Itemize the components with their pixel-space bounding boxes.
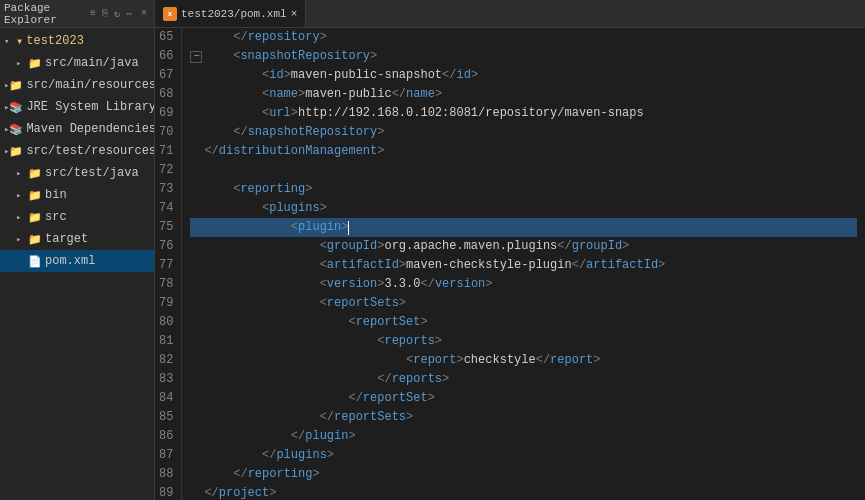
tree-item-src[interactable]: ▸📁src: [0, 206, 154, 228]
code-line-88: </reporting>: [190, 465, 857, 484]
code-line-77: <artifactId>maven-checkstyle-plugin</art…: [190, 256, 857, 275]
tree-icon-jre-system: 📚: [9, 101, 23, 114]
sync-btn[interactable]: ↻: [112, 7, 122, 21]
line-number-73: 73: [159, 180, 173, 199]
code-line-65: </repository>: [190, 28, 857, 47]
editor-tab-label: test2023/pom.xml: [181, 8, 287, 20]
panel-header: Package Explorer ≡ ⎘ ↻ ⋯ ×: [0, 0, 154, 28]
code-line-78: <version>3.3.0</version>: [190, 275, 857, 294]
tree-item-jre-system[interactable]: ▸📚JRE System Library [JavaSE-17]: [0, 96, 154, 118]
line-number-67: 67: [159, 66, 173, 85]
line-number-85: 85: [159, 408, 173, 427]
line-number-66: 66: [159, 47, 173, 66]
line-number-87: 87: [159, 446, 173, 465]
code-line-82: <report>checkstyle</report>: [190, 351, 857, 370]
tree-icon-src-main-resources: 📁: [9, 79, 23, 92]
line-number-89: 89: [159, 484, 173, 500]
line-number-72: 72: [159, 161, 173, 180]
collapse-all-btn[interactable]: ≡: [88, 7, 98, 21]
code-line-87: </plugins>: [190, 446, 857, 465]
tree-item-bin[interactable]: ▸📁bin: [0, 184, 154, 206]
code-area[interactable]: </repository>− <snapshotRepository> <id>…: [182, 28, 865, 500]
editor-content: 6566676869707172737475767778798081828384…: [155, 28, 865, 500]
tree-item-test2023[interactable]: ▾▾test2023: [0, 30, 154, 52]
code-line-80: <reportSet>: [190, 313, 857, 332]
tree-label-jre-system: JRE System Library [JavaSE-17]: [26, 100, 154, 114]
tree-arrow-target: ▸: [16, 234, 28, 245]
tree-item-src-test-resources[interactable]: ▸📁src/test/resources: [0, 140, 154, 162]
tree-label-pom-xml: pom.xml: [45, 254, 95, 268]
code-line-81: <reports>: [190, 332, 857, 351]
menu-btn[interactable]: ⋯: [124, 7, 134, 21]
code-line-73: <reporting>: [190, 180, 857, 199]
code-line-89: </project>: [190, 484, 857, 500]
code-line-71: </distributionManagement>: [190, 142, 857, 161]
editor-tab-close[interactable]: ×: [291, 8, 298, 20]
code-line-76: <groupId>org.apache.maven.plugins</group…: [190, 237, 857, 256]
code-line-67: <id>maven-public-snapshot</id>: [190, 66, 857, 85]
code-line-69: <url>http://192.168.0.102:8081/repositor…: [190, 104, 857, 123]
tree-label-test2023: test2023: [26, 34, 84, 48]
right-panel: x test2023/pom.xml × 6566676869707172737…: [155, 0, 865, 500]
code-line-75: <plugin>: [190, 218, 857, 237]
tree-label-bin: bin: [45, 188, 67, 202]
line-number-68: 68: [159, 85, 173, 104]
line-number-74: 74: [159, 199, 173, 218]
tree-label-target: target: [45, 232, 88, 246]
tree-label-src-main-java: src/main/java: [45, 56, 139, 70]
line-number-86: 86: [159, 427, 173, 446]
tree-arrow-src-test-java: ▸: [16, 168, 28, 179]
code-line-72: [190, 161, 857, 180]
code-line-70: </snapshotRepository>: [190, 123, 857, 142]
code-line-79: <reportSets>: [190, 294, 857, 313]
tree-arrow-src-main-java: ▸: [16, 58, 28, 69]
panel-title: Package Explorer: [4, 2, 84, 26]
left-panel: Package Explorer ≡ ⎘ ↻ ⋯ × ▾▾test2023▸📁s…: [0, 0, 155, 500]
tree-arrow-test2023: ▾: [4, 36, 16, 47]
xml-file-icon: x: [163, 7, 177, 21]
tree-item-pom-xml[interactable]: 📄pom.xml: [0, 250, 154, 272]
tree-item-src-test-java[interactable]: ▸📁src/test/java: [0, 162, 154, 184]
line-number-84: 84: [159, 389, 173, 408]
code-line-74: <plugins>: [190, 199, 857, 218]
tree-label-src: src: [45, 210, 67, 224]
code-line-85: </reportSets>: [190, 408, 857, 427]
tree-item-target[interactable]: ▸📁target: [0, 228, 154, 250]
main-layout: Package Explorer ≡ ⎘ ↻ ⋯ × ▾▾test2023▸📁s…: [0, 0, 865, 500]
tree-icon-src-main-java: 📁: [28, 57, 42, 70]
tree-icon-bin: 📁: [28, 189, 42, 202]
tree-label-maven-deps: Maven Dependencies: [26, 122, 154, 136]
tree-item-src-main-java[interactable]: ▸📁src/main/java: [0, 52, 154, 74]
line-number-78: 78: [159, 275, 173, 294]
line-number-79: 79: [159, 294, 173, 313]
code-line-86: </plugin>: [190, 427, 857, 446]
tree-item-src-main-resources[interactable]: ▸📁src/main/resources: [0, 74, 154, 96]
line-number-69: 69: [159, 104, 173, 123]
tree-icon-target: 📁: [28, 233, 42, 246]
panel-close-btn[interactable]: ×: [138, 7, 150, 20]
tree-icon-maven-deps: 📚: [9, 123, 23, 136]
line-numbers: 6566676869707172737475767778798081828384…: [155, 28, 182, 500]
code-line-84: </reportSet>: [190, 389, 857, 408]
tree-arrow-bin: ▸: [16, 190, 28, 201]
code-line-83: </reports>: [190, 370, 857, 389]
editor-tab-pom[interactable]: x test2023/pom.xml ×: [155, 0, 306, 27]
fold-icon-66[interactable]: −: [190, 51, 202, 63]
tree-icon-pom-xml: 📄: [28, 255, 42, 268]
link-with-editor-btn[interactable]: ⎘: [100, 7, 110, 21]
tree-label-src-main-resources: src/main/resources: [26, 78, 154, 92]
tree-arrow-src: ▸: [16, 212, 28, 223]
line-number-75: 75: [159, 218, 173, 237]
line-number-71: 71: [159, 142, 173, 161]
tree-item-maven-deps[interactable]: ▸📚Maven Dependencies: [0, 118, 154, 140]
tree-container: ▾▾test2023▸📁src/main/java▸📁src/main/reso…: [0, 28, 154, 500]
tree-icon-src-test-resources: 📁: [9, 145, 23, 158]
line-number-83: 83: [159, 370, 173, 389]
code-line-68: <name>maven-public</name>: [190, 85, 857, 104]
line-number-80: 80: [159, 313, 173, 332]
line-number-65: 65: [159, 28, 173, 47]
line-number-81: 81: [159, 332, 173, 351]
tree-label-src-test-resources: src/test/resources: [26, 144, 154, 158]
line-number-82: 82: [159, 351, 173, 370]
tree-icon-test2023: ▾: [16, 34, 23, 49]
